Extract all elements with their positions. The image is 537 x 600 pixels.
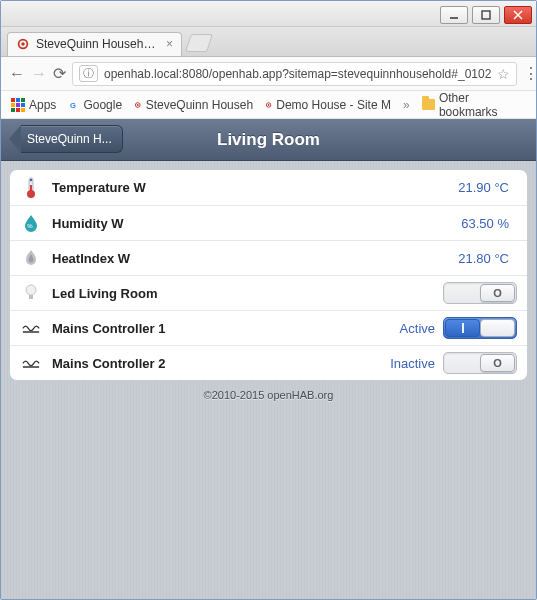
item-status: Inactive [390,356,435,371]
svg-point-8 [137,104,139,106]
address-bar[interactable]: ⓘ openhab.local:8080/openhab.app?sitemap… [72,62,517,86]
items-panel: Temperature W 21.90 °C % Humidity W 63.5… [9,169,528,381]
forward-button[interactable]: → [31,63,47,85]
item-value: 63.50 % [461,216,509,231]
google-favicon-icon: G [68,98,79,112]
reload-button[interactable]: ⟳ [53,63,66,85]
bookmark-label: Demo House - Site M [276,98,391,112]
switch-row-mains-1: Mains Controller 1 Active [10,310,527,345]
wave-icon [20,352,42,374]
item-label: Led Living Room [52,286,157,301]
bookmark-star-icon[interactable]: ☆ [497,66,510,82]
item-label: Temperature W [52,180,146,195]
svg-rect-1 [482,11,490,19]
breadcrumb-back-button[interactable]: SteveQuinn H... [9,125,123,153]
switch-row-led: Led Living Room O [10,275,527,310]
browser-window: SteveQuinn Household × ← → ⟳ ⓘ openhab.l… [0,0,537,600]
item-label: HeatIndex W [52,251,130,266]
bookmarks-bar: Apps G Google SteveQuinn Househ Demo Hou… [1,91,536,119]
toggle-switch[interactable]: O [443,352,517,374]
switch-row-mains-2: Mains Controller 2 Inactive O [10,345,527,380]
apps-grid-icon [11,98,25,112]
minimize-button[interactable] [440,6,468,24]
reading-row-temperature[interactable]: Temperature W 21.90 °C [10,170,527,205]
tab-title: SteveQuinn Household [36,37,156,51]
page-title: Living Room [217,130,320,150]
item-label: Mains Controller 2 [52,356,165,371]
svg-point-16 [26,285,36,295]
item-label: Humidity W [52,216,124,231]
browser-menu-button[interactable]: ⋮ [523,64,537,83]
wave-icon [20,317,42,339]
openhab-favicon-icon [134,98,142,112]
apps-shortcut[interactable]: Apps [11,98,56,112]
reading-row-heatindex[interactable]: HeatIndex W 21.80 °C [10,240,527,275]
other-bookmarks-label: Other bookmarks [439,91,526,119]
item-label: Mains Controller 1 [52,321,165,336]
heatindex-icon [20,247,42,269]
bookmarks-overflow-icon[interactable]: » [403,98,410,112]
toggle-switch[interactable]: O [443,282,517,304]
close-button[interactable] [504,6,532,24]
item-status: Active [400,321,435,336]
svg-point-10 [268,104,270,106]
new-tab-button[interactable] [185,34,213,52]
breadcrumb-label: SteveQuinn H... [27,132,112,146]
bookmark-stevequinn[interactable]: SteveQuinn Househ [134,98,253,112]
folder-icon [422,99,435,110]
openhab-favicon-icon [16,37,30,51]
bookmark-label: Google [83,98,122,112]
thermometer-icon [20,177,42,199]
bookmark-google[interactable]: G Google [68,98,122,112]
bookmark-demohouse[interactable]: Demo House - Site M [265,98,391,112]
chevron-left-icon [9,125,21,153]
item-value: 21.80 °C [458,251,509,266]
tab-close-icon[interactable]: × [166,37,173,51]
url-text: openhab.local:8080/openhab.app?sitemap=s… [104,67,491,81]
window-controls [440,4,536,24]
openhab-favicon-icon [265,98,272,112]
svg-rect-17 [29,295,33,299]
apps-label: Apps [29,98,56,112]
toggle-switch[interactable] [443,317,517,339]
page-viewport: SteveQuinn H... Living Room Temperature … [1,119,536,599]
site-info-icon[interactable]: ⓘ [79,65,98,82]
bookmark-label: SteveQuinn Househ [146,98,253,112]
page-header: SteveQuinn H... Living Room [1,119,536,161]
tab-strip: SteveQuinn Household × [1,27,536,57]
svg-rect-13 [30,185,32,193]
other-bookmarks[interactable]: Other bookmarks [422,91,526,119]
item-value: 21.90 °C [458,180,509,195]
svg-text:G: G [70,100,76,109]
browser-tab[interactable]: SteveQuinn Household × [7,32,182,56]
back-button[interactable]: ← [9,63,25,85]
svg-point-14 [30,178,32,180]
reading-row-humidity[interactable]: % Humidity W 63.50 % [10,205,527,240]
page-footer: ©2010-2015 openHAB.org [1,389,536,401]
humidity-icon: % [20,212,42,234]
svg-text:%: % [27,223,33,229]
os-titlebar [1,1,536,27]
bulb-icon [20,282,42,304]
maximize-button[interactable] [472,6,500,24]
svg-point-5 [21,42,24,45]
toolbar: ← → ⟳ ⓘ openhab.local:8080/openhab.app?s… [1,57,536,91]
